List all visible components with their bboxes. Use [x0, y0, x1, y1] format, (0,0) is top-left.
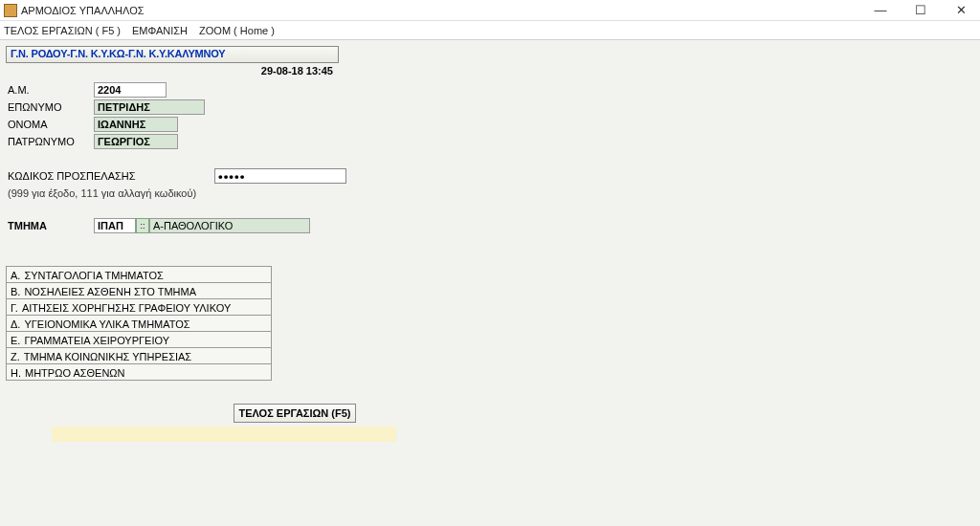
label-eponymo: ΕΠΩΝΥΜΟ — [6, 101, 94, 113]
field-access-code[interactable] — [214, 168, 346, 184]
field-tmima-desc[interactable] — [149, 218, 310, 233]
titlebar-left: ΑΡΜΟΔΙΟΣ ΥΠΑΛΛΗΛΟΣ — [4, 4, 145, 17]
timestamp: 29-08-18 13:45 — [6, 65, 339, 77]
client-area: Γ.Ν. ΡΟΔΟΥ-Γ.Ν. Κ.Υ.ΚΩ-Γ.Ν. Κ.Υ.ΚΑΛΥΜΝΟΥ… — [0, 40, 980, 526]
end-tasks-button[interactable]: ΤΕΛΟΣ ΕΡΓΑΣΙΩΝ (F5) — [234, 404, 356, 423]
menu-emfanisi[interactable]: ΕΜΦΑΝΙΣΗ — [132, 25, 188, 36]
menu-prefix: Ζ. — [11, 351, 20, 362]
label-access-code: ΚΩΔΙΚΟΣ ΠΡΟΣΠΕΛΑΣΗΣ — [6, 170, 214, 182]
menu-label: ΣΥΝΤΑΓΟΛΟΓΙΑ ΤΜΗΜΑΤΟΣ — [24, 270, 164, 281]
module-menu: Α. ΣΥΝΤΑΓΟΛΟΓΙΑ ΤΜΗΜΑΤΟΣ Β. ΝΟΣΗΛΕΙΕΣ ΑΣ… — [6, 266, 272, 381]
menu-label: ΜΗΤΡΩΟ ΑΣΘΕΝΩΝ — [25, 367, 125, 379]
window-title: ΑΡΜΟΔΙΟΣ ΥΠΑΛΛΗΛΟΣ — [21, 5, 145, 16]
menu-label: ΥΓΕΙΟΝΟΜΙΚΑ ΥΛΙΚΑ ΤΜΗΜΑΤΟΣ — [24, 318, 189, 330]
label-tmima: ΤΜΗΜΑ — [6, 220, 94, 231]
module-menu-item[interactable]: Α. ΣΥΝΤΑΓΟΛΟΓΙΑ ΤΜΗΜΑΤΟΣ — [6, 267, 272, 283]
menu-label: ΓΡΑΜΜΑΤΕΙΑ ΧΕΙΡΟΥΡΓΕΙΟΥ — [24, 335, 169, 346]
close-button[interactable]: ✕ — [947, 2, 974, 19]
maximize-button[interactable]: ☐ — [907, 2, 934, 19]
menu-zoom[interactable]: ZOOM ( Home ) — [199, 25, 275, 36]
menu-prefix: Η. — [11, 367, 21, 379]
titlebar: ΑΡΜΟΔΙΟΣ ΥΠΑΛΛΗΛΟΣ — ☐ ✕ — [0, 0, 980, 21]
module-menu-item[interactable]: Β. ΝΟΣΗΛΕΙΕΣ ΑΣΘΕΝΗ ΣΤΟ ΤΜΗΜΑ — [6, 283, 272, 299]
access-code-hint: (999 για έξοδο, 111 για αλλαγή κωδικού) — [6, 187, 974, 199]
label-patronymo: ΠΑΤΡΩΝΥΜΟ — [6, 136, 94, 147]
module-menu-item[interactable]: Γ. ΑΙΤΗΣΕΙΣ ΧΟΡΗΓΗΣΗΣ ΓΡΑΦΕΙΟΥ ΥΛΙΚΟΥ — [6, 299, 272, 316]
label-am: Α.Μ. — [6, 84, 94, 96]
tmima-lookup-button[interactable]: :: — [136, 218, 149, 233]
app-icon — [4, 4, 17, 17]
label-onoma: ΟΝΟΜΑ — [6, 119, 94, 130]
module-menu-item[interactable]: Ζ. ΤΜΗΜΑ ΚΟΙΝΩΝΙΚΗΣ ΥΠΗΡΕΣΙΑΣ — [6, 348, 272, 364]
field-eponymo[interactable] — [94, 99, 205, 115]
menu-label: ΝΟΣΗΛΕΙΕΣ ΑΣΘΕΝΗ ΣΤΟ ΤΜΗΜΑ — [24, 286, 196, 297]
menu-prefix: Γ. — [11, 302, 18, 314]
menu-label: ΤΜΗΜΑ ΚΟΙΝΩΝΙΚΗΣ ΥΠΗΡΕΣΙΑΣ — [24, 351, 191, 362]
status-strip — [52, 427, 396, 442]
module-menu-item[interactable]: Η. ΜΗΤΡΩΟ ΑΣΘΕΝΩΝ — [6, 364, 272, 381]
menubar: ΤΕΛΟΣ ΕΡΓΑΣΙΩΝ ( F5 ) ΕΜΦΑΝΙΣΗ ZOOM ( Ho… — [0, 21, 980, 40]
module-menu-item[interactable]: Ε. ΓΡΑΜΜΑΤΕΙΑ ΧΕΙΡΟΥΡΓΕΙΟΥ — [6, 332, 272, 348]
menu-telos-ergasion[interactable]: ΤΕΛΟΣ ΕΡΓΑΣΙΩΝ ( F5 ) — [4, 25, 121, 36]
menu-label: ΑΙΤΗΣΕΙΣ ΧΟΡΗΓΗΣΗΣ ΓΡΑΦΕΙΟΥ ΥΛΙΚΟΥ — [22, 302, 231, 314]
window-controls: — ☐ ✕ — [867, 2, 974, 19]
field-tmima-code[interactable] — [94, 218, 136, 233]
field-am[interactable] — [94, 82, 167, 98]
field-patronymo[interactable] — [94, 134, 178, 149]
minimize-button[interactable]: — — [867, 2, 894, 19]
menu-prefix: Ε. — [11, 335, 20, 346]
field-onoma[interactable] — [94, 117, 178, 132]
module-menu-item[interactable]: Δ. ΥΓΕΙΟΝΟΜΙΚΑ ΥΛΙΚΑ ΤΜΗΜΑΤΟΣ — [6, 316, 272, 332]
hospital-name: Γ.Ν. ΡΟΔΟΥ-Γ.Ν. Κ.Υ.ΚΩ-Γ.Ν. Κ.Υ.ΚΑΛΥΜΝΟΥ — [6, 46, 339, 63]
menu-prefix: Β. — [11, 286, 20, 297]
menu-prefix: Α. — [11, 270, 20, 281]
menu-prefix: Δ. — [11, 318, 20, 330]
